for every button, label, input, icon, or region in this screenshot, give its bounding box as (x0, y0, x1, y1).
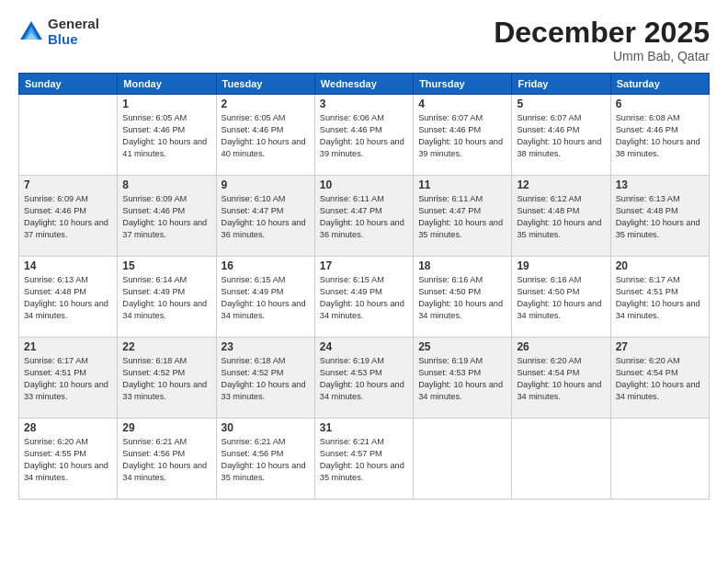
day-info: Sunrise: 6:11 AMSunset: 4:47 PMDaylight:… (418, 193, 506, 241)
logo: General Blue (18, 17, 99, 47)
day-info: Sunrise: 6:05 AMSunset: 4:46 PMDaylight:… (122, 112, 210, 160)
table-row: 12Sunrise: 6:12 AMSunset: 4:48 PMDayligh… (512, 176, 610, 257)
day-number: 8 (122, 178, 210, 191)
day-number: 14 (24, 259, 112, 272)
day-number: 2 (222, 98, 310, 110)
page: General Blue December 2025 Umm Bab, Qata… (0, 0, 728, 563)
table-row (512, 419, 610, 500)
day-info: Sunrise: 6:19 AMSunset: 4:53 PMDaylight:… (320, 355, 408, 403)
day-info: Sunrise: 6:06 AMSunset: 4:46 PMDaylight:… (320, 112, 408, 160)
day-number: 24 (320, 340, 408, 353)
day-info: Sunrise: 6:08 AMSunset: 4:46 PMDaylight:… (616, 112, 704, 160)
day-number: 7 (24, 178, 112, 191)
day-number: 1 (122, 98, 210, 110)
day-info: Sunrise: 6:21 AMSunset: 4:56 PMDaylight:… (222, 436, 310, 484)
day-number: 15 (122, 259, 210, 272)
day-number: 12 (517, 178, 605, 191)
day-info: Sunrise: 6:14 AMSunset: 4:49 PMDaylight:… (122, 274, 210, 322)
col-sunday: Sunday (19, 74, 118, 95)
calendar-week-row: 14Sunrise: 6:13 AMSunset: 4:48 PMDayligh… (19, 257, 710, 338)
table-row: 16Sunrise: 6:15 AMSunset: 4:49 PMDayligh… (216, 257, 314, 338)
table-row: 13Sunrise: 6:13 AMSunset: 4:48 PMDayligh… (610, 176, 709, 257)
table-row: 31Sunrise: 6:21 AMSunset: 4:57 PMDayligh… (314, 419, 413, 500)
table-row: 24Sunrise: 6:19 AMSunset: 4:53 PMDayligh… (314, 338, 413, 419)
table-row: 4Sunrise: 6:07 AMSunset: 4:46 PMDaylight… (414, 95, 512, 176)
day-number: 13 (616, 178, 704, 191)
day-info: Sunrise: 6:15 AMSunset: 4:49 PMDaylight:… (222, 274, 310, 322)
table-row: 21Sunrise: 6:17 AMSunset: 4:51 PMDayligh… (19, 338, 118, 419)
day-info: Sunrise: 6:13 AMSunset: 4:48 PMDaylight:… (24, 274, 112, 322)
day-number: 19 (517, 259, 605, 272)
day-number: 6 (616, 98, 704, 110)
month-title: December 2025 (494, 17, 710, 49)
table-row: 8Sunrise: 6:09 AMSunset: 4:46 PMDaylight… (118, 176, 216, 257)
day-number: 4 (418, 98, 506, 110)
day-number: 16 (222, 259, 310, 272)
col-tuesday: Tuesday (216, 74, 314, 95)
day-number: 20 (616, 259, 704, 272)
logo-text: General Blue (48, 17, 99, 47)
day-info: Sunrise: 6:18 AMSunset: 4:52 PMDaylight:… (222, 355, 310, 403)
header: General Blue December 2025 Umm Bab, Qata… (18, 17, 710, 63)
day-number: 9 (222, 178, 310, 191)
logo-icon (18, 19, 44, 45)
table-row: 9Sunrise: 6:10 AMSunset: 4:47 PMDaylight… (216, 176, 314, 257)
day-number: 11 (418, 178, 506, 191)
day-number: 22 (122, 340, 210, 353)
day-number: 17 (320, 259, 408, 272)
day-number: 28 (24, 421, 112, 434)
day-info: Sunrise: 6:20 AMSunset: 4:54 PMDaylight:… (517, 355, 605, 403)
col-wednesday: Wednesday (314, 74, 413, 95)
table-row: 15Sunrise: 6:14 AMSunset: 4:49 PMDayligh… (118, 257, 216, 338)
table-row: 10Sunrise: 6:11 AMSunset: 4:47 PMDayligh… (314, 176, 413, 257)
col-thursday: Thursday (414, 74, 512, 95)
col-saturday: Saturday (610, 74, 709, 95)
title-block: December 2025 Umm Bab, Qatar (494, 17, 710, 63)
calendar-header-row: Sunday Monday Tuesday Wednesday Thursday… (19, 74, 710, 95)
table-row: 7Sunrise: 6:09 AMSunset: 4:46 PMDaylight… (19, 176, 118, 257)
table-row: 28Sunrise: 6:20 AMSunset: 4:55 PMDayligh… (19, 419, 118, 500)
day-info: Sunrise: 6:16 AMSunset: 4:50 PMDaylight:… (517, 274, 605, 322)
table-row: 30Sunrise: 6:21 AMSunset: 4:56 PMDayligh… (216, 419, 314, 500)
day-info: Sunrise: 6:13 AMSunset: 4:48 PMDaylight:… (616, 193, 704, 241)
day-number: 18 (418, 259, 506, 272)
day-number: 21 (24, 340, 112, 353)
table-row: 20Sunrise: 6:17 AMSunset: 4:51 PMDayligh… (610, 257, 709, 338)
table-row: 29Sunrise: 6:21 AMSunset: 4:56 PMDayligh… (118, 419, 216, 500)
day-info: Sunrise: 6:21 AMSunset: 4:57 PMDaylight:… (320, 436, 408, 484)
calendar-week-row: 1Sunrise: 6:05 AMSunset: 4:46 PMDaylight… (19, 95, 710, 176)
location: Umm Bab, Qatar (494, 49, 710, 63)
day-number: 30 (222, 421, 310, 434)
day-number: 3 (320, 98, 408, 110)
calendar-week-row: 21Sunrise: 6:17 AMSunset: 4:51 PMDayligh… (19, 338, 710, 419)
table-row: 11Sunrise: 6:11 AMSunset: 4:47 PMDayligh… (414, 176, 512, 257)
day-info: Sunrise: 6:17 AMSunset: 4:51 PMDaylight:… (24, 355, 112, 403)
day-number: 25 (418, 340, 506, 353)
table-row: 25Sunrise: 6:19 AMSunset: 4:53 PMDayligh… (414, 338, 512, 419)
table-row: 23Sunrise: 6:18 AMSunset: 4:52 PMDayligh… (216, 338, 314, 419)
table-row: 18Sunrise: 6:16 AMSunset: 4:50 PMDayligh… (414, 257, 512, 338)
table-row: 22Sunrise: 6:18 AMSunset: 4:52 PMDayligh… (118, 338, 216, 419)
table-row: 27Sunrise: 6:20 AMSunset: 4:54 PMDayligh… (610, 338, 709, 419)
day-number: 23 (222, 340, 310, 353)
calendar-table: Sunday Monday Tuesday Wednesday Thursday… (18, 73, 710, 500)
calendar-week-row: 28Sunrise: 6:20 AMSunset: 4:55 PMDayligh… (19, 419, 710, 500)
table-row (19, 95, 118, 176)
day-number: 10 (320, 178, 408, 191)
table-row: 14Sunrise: 6:13 AMSunset: 4:48 PMDayligh… (19, 257, 118, 338)
table-row: 19Sunrise: 6:16 AMSunset: 4:50 PMDayligh… (512, 257, 610, 338)
table-row: 26Sunrise: 6:20 AMSunset: 4:54 PMDayligh… (512, 338, 610, 419)
day-info: Sunrise: 6:20 AMSunset: 4:54 PMDaylight:… (616, 355, 704, 403)
day-info: Sunrise: 6:09 AMSunset: 4:46 PMDaylight:… (122, 193, 210, 241)
day-info: Sunrise: 6:05 AMSunset: 4:46 PMDaylight:… (222, 112, 310, 160)
logo-general-text: General (48, 17, 99, 32)
table-row: 5Sunrise: 6:07 AMSunset: 4:46 PMDaylight… (512, 95, 610, 176)
logo-blue-text: Blue (48, 32, 99, 48)
table-row (414, 419, 512, 500)
day-info: Sunrise: 6:15 AMSunset: 4:49 PMDaylight:… (320, 274, 408, 322)
day-info: Sunrise: 6:18 AMSunset: 4:52 PMDaylight:… (122, 355, 210, 403)
day-number: 27 (616, 340, 704, 353)
col-monday: Monday (118, 74, 216, 95)
table-row: 3Sunrise: 6:06 AMSunset: 4:46 PMDaylight… (314, 95, 413, 176)
calendar-week-row: 7Sunrise: 6:09 AMSunset: 4:46 PMDaylight… (19, 176, 710, 257)
